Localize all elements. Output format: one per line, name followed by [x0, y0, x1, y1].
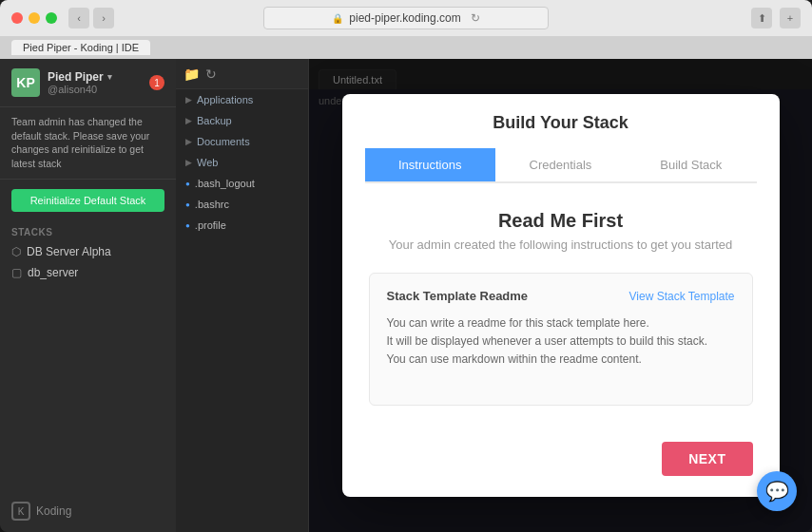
sidebar-bottom: K Koding — [0, 490, 176, 532]
modal-header: Build Your Stack Instructions Credential… — [342, 94, 780, 183]
modal-title: Build Your Stack — [365, 113, 757, 133]
readme-line-3: You can use markdown within the readme c… — [387, 351, 735, 369]
readme-header: Stack Template Readme View Stack Templat… — [387, 289, 735, 303]
file-toolbar: 📁 ↻ — [176, 59, 308, 89]
modal-body: Read Me First Your admin created the fol… — [342, 183, 780, 428]
folder-arrow-icon: ▶ — [185, 158, 192, 167]
file-item-web[interactable]: ▶ Web — [176, 152, 308, 173]
window-right-controls: ⬆ + — [751, 8, 801, 28]
back-button[interactable]: ‹ — [68, 8, 89, 28]
readme-card: Stack Template Readme View Stack Templat… — [369, 273, 753, 406]
stack-item-db-server-alpha[interactable]: ⬡ DB Server Alpha — [0, 241, 176, 262]
title-bar: ‹ › 🔒 pied-piper.koding.com ↻ ⬆ + — [0, 0, 812, 36]
user-info: Pied Piper ▾ @alison40 — [48, 70, 142, 95]
stack-hex-icon: ⬡ — [11, 245, 21, 258]
stack-square-icon: ▢ — [11, 266, 22, 279]
user-handle: @alison40 — [48, 84, 142, 95]
tab-instructions[interactable]: Instructions — [365, 148, 495, 181]
app-content: KP Pied Piper ▾ @alison40 1 Team admin h… — [0, 59, 812, 532]
folder-arrow-icon: ▶ — [185, 137, 192, 146]
folder-icon[interactable]: 📁 — [184, 66, 200, 82]
browser-tab[interactable]: Pied Piper - Koding | IDE — [11, 40, 150, 55]
file-panel: 📁 ↻ ▶ Applications ▶ Backup ▶ Documents … — [176, 59, 309, 532]
url-text: pied-piper.koding.com — [349, 11, 460, 25]
chat-bubble-button[interactable]: 💬 — [757, 471, 797, 511]
modal-overlay: Build Your Stack Instructions Credential… — [309, 59, 812, 532]
notification-badge[interactable]: 1 — [149, 75, 164, 90]
modal-body-heading: Read Me First — [369, 210, 753, 232]
sidebar-header: KP Pied Piper ▾ @alison40 1 — [0, 59, 176, 107]
user-name-row[interactable]: Pied Piper ▾ — [48, 70, 142, 84]
modal-body-subheading: Your admin created the following instruc… — [369, 238, 753, 252]
file-item-backup[interactable]: ▶ Backup — [176, 110, 308, 131]
file-item-bash-logout[interactable]: ● .bash_logout — [176, 173, 308, 194]
readme-line-1: You can write a readme for this stack te… — [387, 314, 735, 332]
browser-tab-bar: Pied Piper - Koding | IDE — [0, 36, 812, 59]
readme-line-2: It will be displayed whenever a user att… — [387, 332, 735, 351]
file-dot-icon: ● — [185, 180, 190, 188]
add-tab-button[interactable]: + — [780, 8, 801, 28]
file-item-applications[interactable]: ▶ Applications — [176, 89, 308, 110]
view-stack-template-link[interactable]: View Stack Template — [629, 290, 735, 303]
traffic-lights — [11, 12, 57, 24]
readme-text: You can write a readme for this stack te… — [387, 314, 735, 370]
chat-icon: 💬 — [765, 480, 789, 503]
nav-buttons: ‹ › — [68, 8, 114, 28]
stacks-label: STACKS — [0, 221, 176, 241]
warning-message: Team admin has changed the default stack… — [0, 107, 176, 180]
modal-tab-bar: Instructions Credentials Build Stack — [365, 148, 757, 183]
build-stack-modal: Build Your Stack Instructions Credential… — [342, 94, 780, 497]
maximize-button[interactable] — [46, 12, 57, 24]
file-dot-icon: ● — [185, 221, 190, 230]
koding-logo: KP — [11, 68, 40, 97]
folder-arrow-icon: ▶ — [185, 95, 192, 104]
chevron-down-icon: ▾ — [107, 72, 112, 82]
folder-arrow-icon: ▶ — [185, 116, 192, 125]
next-button[interactable]: NEXT — [662, 442, 752, 476]
file-item-documents[interactable]: ▶ Documents — [176, 131, 308, 152]
main-area: Untitled.txt undefined 🤖 Build Your Stac… — [309, 59, 812, 532]
file-dot-icon: ● — [185, 200, 190, 209]
koding-bottom-logo: K — [11, 502, 30, 521]
file-item-profile[interactable]: ● .profile — [176, 215, 308, 236]
stack-item-db-server[interactable]: ▢ db_server — [0, 262, 176, 283]
readme-title: Stack Template Readme — [387, 289, 529, 303]
file-item-bashrc[interactable]: ● .bashrc — [176, 194, 308, 215]
koding-brand-label: Koding — [36, 504, 71, 518]
reinitialize-button[interactable]: Reinitialize Default Stack — [11, 189, 164, 212]
modal-footer: NEXT — [342, 428, 780, 497]
address-bar[interactable]: 🔒 pied-piper.koding.com ↻ — [263, 7, 549, 29]
forward-button[interactable]: › — [93, 8, 114, 28]
refresh-icon[interactable]: ↻ — [471, 11, 480, 25]
sidebar: KP Pied Piper ▾ @alison40 1 Team admin h… — [0, 59, 176, 532]
tab-build-stack[interactable]: Build Stack — [626, 148, 756, 181]
tab-credentials[interactable]: Credentials — [495, 148, 626, 181]
lock-icon: 🔒 — [332, 13, 343, 24]
minimize-button[interactable] — [29, 12, 40, 24]
close-button[interactable] — [11, 12, 23, 24]
sync-icon[interactable]: ↻ — [205, 66, 217, 82]
share-button[interactable]: ⬆ — [751, 8, 772, 28]
